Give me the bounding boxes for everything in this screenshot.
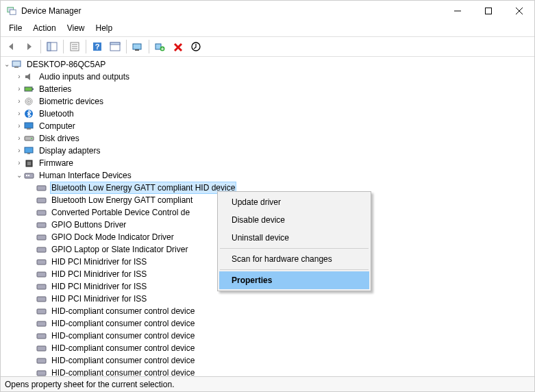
svg-rect-39 [26,175,27,176]
device-label[interactable]: GPIO Laptop or Slate Indicator Driver [50,243,189,256]
category-label[interactable]: Bluetooth [38,108,75,120]
audio-icon [24,71,35,82]
svg-point-28 [28,101,29,102]
svg-rect-23 [14,66,18,68]
svg-rect-35 [27,153,30,154]
hid-device-icon [36,219,47,230]
hid-device-icon [36,269,47,280]
update-driver-button[interactable] [188,38,204,55]
ctx-update-driver[interactable]: Update driver [219,193,369,211]
svg-point-27 [27,99,31,103]
expand-icon[interactable]: › [14,145,24,157]
menu-file[interactable]: File [5,22,26,34]
category-label[interactable]: Audio inputs and outputs [38,71,131,83]
device-label[interactable]: HID-compliant consumer control device [50,354,196,367]
svg-rect-32 [25,136,34,140]
separator [86,40,86,53]
expand-icon[interactable]: › [14,71,24,83]
collapse-icon[interactable]: ⌄ [14,169,24,182]
svg-rect-30 [25,123,33,128]
ctx-disable-device[interactable]: Disable device [219,211,369,229]
menu-action[interactable]: Action [29,22,60,34]
hid-device-icon [36,293,47,304]
ctx-properties[interactable]: Properties [219,271,369,289]
properties-button[interactable] [66,38,83,55]
maximize-button[interactable] [473,1,503,21]
svg-rect-56 [37,371,46,376]
help-button[interactable]: ? [89,38,105,55]
device-label[interactable]: Converted Portable Device Control de [50,206,191,219]
svg-rect-48 [37,272,46,277]
scan-hardware-button[interactable] [129,38,146,55]
device-label[interactable]: HID-compliant consumer control device [50,342,196,354]
category-label[interactable]: Human Interface Devices [38,169,133,182]
device-label[interactable]: GPIO Buttons Driver [50,219,127,231]
devicemanager-icon [6,5,17,16]
disk-icon [24,133,35,144]
separator [63,40,64,53]
device-label[interactable]: HID PCI Minidriver for ISS [50,268,148,280]
category-label[interactable]: Display adapters [38,145,101,157]
svg-text:?: ? [95,42,100,51]
device-label[interactable]: GPIO Dock Mode Indicator Driver [50,231,175,243]
hid-device-icon [36,207,47,218]
add-legacy-button[interactable]: + [152,38,169,55]
hid-device-icon [36,318,47,329]
expand-icon[interactable]: › [14,83,24,95]
device-label[interactable]: HID-compliant consumer control device [50,330,196,342]
ctx-uninstall-device[interactable]: Uninstall device [219,229,369,247]
battery-icon [24,84,35,95]
ctx-separator [220,269,369,270]
device-label[interactable]: HID PCI Minidriver for ISS [50,256,148,268]
svg-text:+: + [161,46,164,51]
device-label[interactable]: HID PCI Minidriver for ISS [50,280,148,293]
menu-bar: File Action View Help [1,21,534,36]
device-label[interactable]: HID-compliant consumer control device [50,367,196,376]
expand-icon[interactable]: › [14,132,24,145]
category-label[interactable]: Firmware [38,157,75,169]
menu-help[interactable]: Help [92,22,117,34]
menu-view[interactable]: View [63,22,89,34]
category-label[interactable]: Batteries [38,83,73,95]
tree-root-label[interactable]: DESKTOP-86QC5AP [25,58,107,71]
svg-rect-44 [37,223,46,228]
category-label[interactable]: Computer [38,120,77,132]
computer-icon [12,59,23,70]
hid-device-icon [36,195,47,206]
collapse-icon[interactable]: ⌄ [2,58,12,71]
action-arrow-button[interactable] [107,38,123,55]
hid-device-icon [36,182,47,193]
toolbar: ? + [1,36,534,57]
minimize-button[interactable] [442,1,473,21]
expand-icon[interactable]: › [14,95,24,108]
back-button[interactable] [3,38,20,55]
svg-rect-55 [37,358,46,363]
close-button[interactable] [503,1,534,21]
device-label[interactable]: Bluetooth Low Energy GATT compliant [50,194,194,206]
expand-icon[interactable]: › [14,120,24,132]
svg-rect-54 [37,346,46,351]
ctx-scan-hardware[interactable]: Scan for hardware changes [219,250,369,268]
svg-rect-50 [37,297,46,302]
category-label[interactable]: Biometric devices [38,95,105,108]
show-hide-tree-button[interactable] [44,38,60,55]
status-text: Opens property sheet for the current sel… [5,380,174,389]
expand-icon[interactable]: › [14,157,24,169]
svg-rect-47 [37,260,46,265]
device-label[interactable]: HID-compliant consumer control device [50,317,196,330]
status-bar: Opens property sheet for the current sel… [1,376,534,391]
svg-rect-43 [37,210,46,215]
svg-rect-25 [32,88,34,90]
hid-device-icon [36,256,47,267]
device-label[interactable]: HID-compliant consumer control device [50,305,196,317]
expand-icon[interactable]: › [14,108,24,120]
device-label[interactable]: Bluetooth Low Energy GATT compliant HID … [50,182,236,194]
uninstall-button[interactable] [170,38,186,55]
device-label[interactable]: HID PCI Minidriver for ISS [50,293,148,305]
forward-button[interactable] [21,38,38,55]
hid-device-icon [36,306,47,317]
firmware-icon [24,158,35,169]
svg-rect-37 [27,162,31,165]
category-label[interactable]: Disk drives [38,132,81,145]
hid-icon [24,170,35,181]
